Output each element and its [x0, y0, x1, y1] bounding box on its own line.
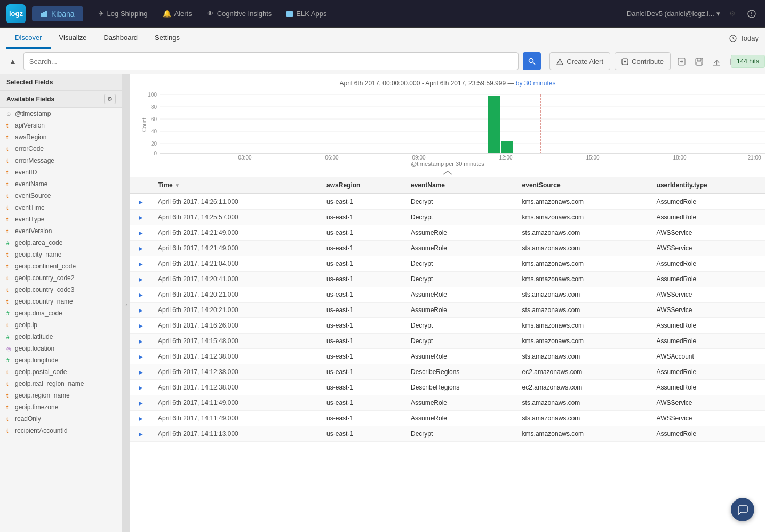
- sidebar-field-item[interactable]: tgeoip.city_name: [0, 249, 122, 260]
- nav-elk-apps[interactable]: ELK Apps: [280, 6, 333, 21]
- row-event-source: ec2.amazonaws.com: [516, 380, 650, 395]
- logz-logo: logz: [6, 4, 26, 23]
- row-user-identity-type: AssumedRole: [650, 426, 765, 442]
- sidebar-field-item[interactable]: terrorMessage: [0, 155, 122, 166]
- nav-items: ✈ Log Shipping 🔔 Alerts 👁 Cognitive Insi…: [92, 6, 627, 21]
- row-time: April 6th 2017, 14:12:38.000: [152, 380, 320, 395]
- row-event-source: kms.amazonaws.com: [516, 256, 650, 272]
- cognitive-insights-icon: 👁: [207, 10, 214, 18]
- event-source-column-header[interactable]: eventSource: [516, 177, 650, 194]
- time-filter[interactable]: Today: [729, 34, 759, 42]
- fields-settings-button[interactable]: ⚙: [104, 94, 116, 104]
- field-name: errorCode: [15, 145, 44, 153]
- row-aws-region: us-east-1: [320, 380, 404, 395]
- sidebar-field-item[interactable]: tgeoip.country_name: [0, 296, 122, 307]
- sidebar-field-item[interactable]: tgeoip.timezone: [0, 401, 122, 413]
- row-time: April 6th 2017, 14:11:49.000: [152, 395, 320, 411]
- field-type-icon: t: [6, 416, 12, 422]
- settings-icon-btn[interactable]: ⚙: [727, 5, 738, 23]
- sidebar-field-item[interactable]: tgeoip.real_region_name: [0, 378, 122, 390]
- sidebar-field-item[interactable]: teventTime: [0, 202, 122, 213]
- user-identity-column-header[interactable]: userIdentity.type: [650, 177, 765, 194]
- sidebar-field-item[interactable]: #geoip.longitude: [0, 354, 122, 366]
- tab-dashboard[interactable]: Dashboard: [95, 28, 146, 49]
- row-time: April 6th 2017, 14:21:49.000: [152, 225, 320, 241]
- create-alert-button[interactable]: Create Alert: [549, 52, 610, 70]
- row-expand-button[interactable]: ▶: [137, 261, 145, 267]
- second-navigation: Discover Visualize Dashboard Settings To…: [0, 28, 765, 49]
- sidebar-field-item[interactable]: teventID: [0, 166, 122, 178]
- sidebar-field-item[interactable]: terrorCode: [0, 143, 122, 155]
- load-icon-btn[interactable]: [710, 52, 723, 70]
- sidebar-field-item[interactable]: #geoip.dma_code: [0, 307, 122, 319]
- row-event-source: sts.amazonaws.com: [516, 411, 650, 426]
- collapse-sidebar-btn[interactable]: ▲: [6, 52, 19, 70]
- sidebar-field-item[interactable]: #geoip.area_code: [0, 237, 122, 249]
- sidebar-field-item[interactable]: teventVersion: [0, 225, 122, 237]
- chart-collapse-button[interactable]: [141, 169, 754, 177]
- row-aws-region: us-east-1: [320, 225, 404, 241]
- field-type-icon: t: [6, 205, 12, 211]
- row-expand-button[interactable]: ▶: [137, 354, 145, 360]
- field-name: geoip.ip: [15, 321, 37, 329]
- nav-log-shipping[interactable]: ✈ Log Shipping: [92, 6, 154, 21]
- tab-settings[interactable]: Settings: [146, 28, 188, 49]
- row-expand-button[interactable]: ▶: [137, 369, 145, 375]
- sidebar-field-item[interactable]: tgeoip.postal_code: [0, 366, 122, 378]
- row-expand-button[interactable]: ▶: [137, 385, 145, 391]
- tab-visualize[interactable]: Visualize: [51, 28, 95, 49]
- aws-region-column-header[interactable]: awsRegion: [320, 177, 404, 194]
- nav-cognitive-insights[interactable]: 👁 Cognitive Insights: [201, 6, 278, 21]
- nav-alerts[interactable]: 🔔 Alerts: [156, 6, 198, 21]
- row-expand-button[interactable]: ▶: [137, 276, 145, 282]
- sidebar-field-item[interactable]: #geoip.latitude: [0, 331, 122, 343]
- row-expand-button[interactable]: ▶: [137, 307, 145, 313]
- tab-discover[interactable]: Discover: [6, 28, 51, 49]
- toolbar-actions: Create Alert Contribute: [549, 52, 759, 70]
- row-expand-button[interactable]: ▶: [137, 230, 145, 236]
- row-expand-button[interactable]: ▶: [137, 292, 145, 298]
- sidebar-field-item[interactable]: ◎geoip.location: [0, 343, 122, 354]
- row-expand-button[interactable]: ▶: [137, 338, 145, 344]
- alerts-icon: 🔔: [163, 10, 171, 18]
- row-expand-button[interactable]: ▶: [137, 431, 145, 437]
- sidebar-field-item[interactable]: tapiVersion: [0, 120, 122, 131]
- field-name: recipientAccountId: [15, 427, 68, 434]
- sidebar-field-item[interactable]: tgeoip.country_code3: [0, 284, 122, 296]
- row-expand-button[interactable]: ▶: [137, 215, 145, 220]
- row-user-identity-type: AssumedRole: [650, 334, 765, 349]
- user-menu[interactable]: DanielDev5 (daniel@logz.i... ▾: [627, 10, 720, 18]
- sidebar-field-item[interactable]: teventName: [0, 178, 122, 190]
- sidebar-field-item[interactable]: teventSource: [0, 190, 122, 202]
- chat-bubble-button[interactable]: [731, 498, 754, 521]
- share-icon-btn[interactable]: [675, 52, 688, 70]
- row-expand-button[interactable]: ▶: [137, 416, 145, 422]
- row-expand-button[interactable]: ▶: [137, 323, 145, 329]
- sidebar-field-item[interactable]: tgeoip.region_name: [0, 390, 122, 401]
- search-button[interactable]: [523, 52, 541, 70]
- sidebar-field-item[interactable]: tgeoip.continent_code: [0, 260, 122, 272]
- notification-icon-btn[interactable]: [745, 5, 759, 23]
- time-column-header[interactable]: Time ▼: [152, 177, 320, 194]
- kibana-button[interactable]: Kibana: [32, 6, 83, 21]
- field-type-icon: t: [6, 404, 12, 410]
- row-aws-region: us-east-1: [320, 210, 404, 225]
- sidebar-field-item[interactable]: tgeoip.country_code2: [0, 272, 122, 284]
- sidebar-field-item[interactable]: teventType: [0, 213, 122, 225]
- row-expand-button[interactable]: ▶: [137, 245, 145, 251]
- sidebar-field-item[interactable]: treadOnly: [0, 413, 122, 425]
- sidebar-field-item[interactable]: trecipientAccountId: [0, 425, 122, 436]
- sidebar-field-item[interactable]: ⊙@timestamp: [0, 108, 122, 120]
- contribute-button[interactable]: Contribute: [615, 52, 671, 70]
- sidebar-field-item[interactable]: tawsRegion: [0, 131, 122, 143]
- log-shipping-icon: ✈: [98, 10, 104, 18]
- row-aws-region: us-east-1: [320, 303, 404, 318]
- chart-interval-link[interactable]: by 30 minutes: [516, 80, 556, 87]
- event-name-column-header[interactable]: eventName: [404, 177, 516, 194]
- sidebar-field-item[interactable]: tgeoip.ip: [0, 319, 122, 331]
- row-expand-button[interactable]: ▶: [137, 400, 145, 406]
- row-expand-button[interactable]: ▶: [137, 199, 145, 205]
- sidebar-collapse-handle[interactable]: ‹: [123, 74, 130, 532]
- search-input[interactable]: [23, 52, 519, 70]
- save-icon-btn[interactable]: [692, 52, 706, 70]
